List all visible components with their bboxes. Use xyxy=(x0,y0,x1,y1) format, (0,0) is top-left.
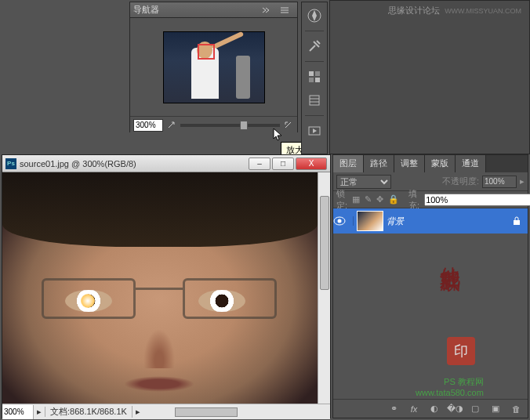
navigator-preview[interactable] xyxy=(130,18,297,116)
tab-paths[interactable]: 路径 xyxy=(364,155,394,172)
tab-layers[interactable]: 图层 xyxy=(333,155,364,172)
lock-brush-icon[interactable]: ✎ xyxy=(365,194,372,205)
history-icon[interactable] xyxy=(304,90,325,110)
window-close-button[interactable]: X xyxy=(296,158,327,170)
document-window: Ps source01.jpg @ 300%(RGB/8) – □ X ▸ 文档… xyxy=(2,154,331,418)
trash-icon[interactable]: 🗑 xyxy=(509,402,523,416)
lock-transparent-icon[interactable]: ▦ xyxy=(352,194,360,205)
link-icon[interactable]: ⚭ xyxy=(387,402,401,416)
navigator-zoom-input[interactable] xyxy=(133,119,163,132)
tab-masks[interactable]: 蒙版 xyxy=(425,155,456,172)
window-maximize-button[interactable]: □ xyxy=(272,158,294,170)
svg-rect-3 xyxy=(309,78,314,82)
panel-collapse-icon[interactable] xyxy=(256,1,275,20)
watermark-bottom-line2: www.tata580.com xyxy=(416,387,484,398)
watermark-bottom: PS 教程网 www.tata580.com xyxy=(416,376,484,399)
opacity-input[interactable] xyxy=(482,176,517,188)
zoom-out-icon[interactable] xyxy=(166,116,177,135)
horizontal-scrollbar[interactable] xyxy=(143,406,330,418)
svg-point-8 xyxy=(338,219,342,223)
watermark-top-url: WWW.MISSYUAN.COM xyxy=(445,7,521,15)
panel-menu-icon[interactable] xyxy=(275,1,294,20)
fx-icon[interactable]: fx xyxy=(407,402,421,416)
document-statusbar: ▸ 文档:868.1K/868.1K ▸ xyxy=(2,404,330,419)
adjust-icon[interactable]: �◑ xyxy=(448,402,462,416)
watermark-top-text: 思缘设计论坛 xyxy=(388,5,440,15)
layers-options-row: 正常 不透明度: ▸ xyxy=(333,172,528,191)
layers-lock-row: 锁定: ▦ ✎ ✥ 🔒 填充: ▸ xyxy=(333,191,528,208)
visibility-eye-icon[interactable] xyxy=(333,216,354,226)
layers-footer: ⚭ fx ◐ �◑ ▢ ▣ 🗑 xyxy=(333,399,528,418)
svg-rect-5 xyxy=(310,96,319,105)
compass-icon[interactable] xyxy=(304,5,325,26)
new-icon[interactable]: ▣ xyxy=(488,402,503,416)
swatches-icon[interactable] xyxy=(304,67,325,87)
svg-rect-1 xyxy=(309,71,314,76)
tab-adjustments[interactable]: 调整 xyxy=(394,155,425,172)
navigator-header[interactable]: 导航器 xyxy=(130,2,297,18)
lock-label: 锁定: xyxy=(336,188,347,212)
navigator-panel: 导航器 xyxy=(129,2,298,132)
watermark-bottom-line1: PS 教程网 xyxy=(416,376,484,387)
lock-all-icon[interactable]: 🔒 xyxy=(388,194,399,205)
watermark-top: 思缘设计论坛 WWW.MISSYUAN.COM xyxy=(388,5,521,16)
document-titlebar[interactable]: Ps source01.jpg @ 300%(RGB/8) – □ X xyxy=(2,155,330,172)
navigator-view-rect[interactable] xyxy=(198,44,215,60)
mask-icon[interactable]: ◐ xyxy=(427,402,441,416)
lock-move-icon[interactable]: ✥ xyxy=(376,194,383,205)
chevron-down-icon[interactable]: ▸ xyxy=(520,176,525,186)
layer-thumbnail[interactable] xyxy=(357,211,383,231)
navigator-title: 导航器 xyxy=(133,4,159,16)
layers-panel-tabs: 图层 路径 调整 蒙版 通道 xyxy=(333,155,528,172)
navigator-thumbnail xyxy=(163,31,265,103)
blend-mode-select[interactable]: 正常 xyxy=(336,175,391,189)
layer-row[interactable]: 背景 xyxy=(333,208,528,234)
calligraphy-watermark: 他她我群欣 xyxy=(439,251,460,259)
svg-rect-2 xyxy=(315,71,320,76)
status-doc-info[interactable]: 文档:868.1K/868.1K xyxy=(45,406,132,418)
document-canvas[interactable] xyxy=(2,172,330,404)
navigator-footer xyxy=(130,116,297,133)
lock-icon xyxy=(512,216,521,226)
status-zoom-input[interactable] xyxy=(2,405,34,419)
workspace-backdrop xyxy=(329,0,530,154)
seal-stamp: 印 xyxy=(447,337,475,365)
tools-icon[interactable] xyxy=(304,36,325,56)
navigator-zoom-slider[interactable] xyxy=(180,124,280,127)
opacity-label: 不透明度: xyxy=(442,176,479,187)
folder-icon[interactable]: ▢ xyxy=(468,402,482,416)
status-arrow-icon[interactable]: ▸ xyxy=(132,407,143,417)
tab-channels[interactable]: 通道 xyxy=(456,155,486,172)
image-content xyxy=(2,172,318,404)
svg-rect-9 xyxy=(514,220,520,225)
document-title: source01.jpg @ 300%(RGB/8) xyxy=(20,159,136,168)
zoom-in-icon[interactable] xyxy=(283,116,294,135)
layer-name[interactable]: 背景 xyxy=(387,215,404,227)
window-minimize-button[interactable]: – xyxy=(249,158,270,170)
layer-list[interactable]: 背景 xyxy=(333,208,528,382)
status-menu-icon[interactable]: ▸ xyxy=(34,407,45,417)
fill-input[interactable] xyxy=(424,194,530,206)
side-toolstrip xyxy=(301,2,328,154)
svg-rect-4 xyxy=(315,78,320,82)
fill-label: 填充: xyxy=(408,188,419,212)
ps-icon: Ps xyxy=(5,158,16,169)
play-icon[interactable] xyxy=(304,121,325,141)
vertical-scrollbar[interactable] xyxy=(318,172,330,404)
